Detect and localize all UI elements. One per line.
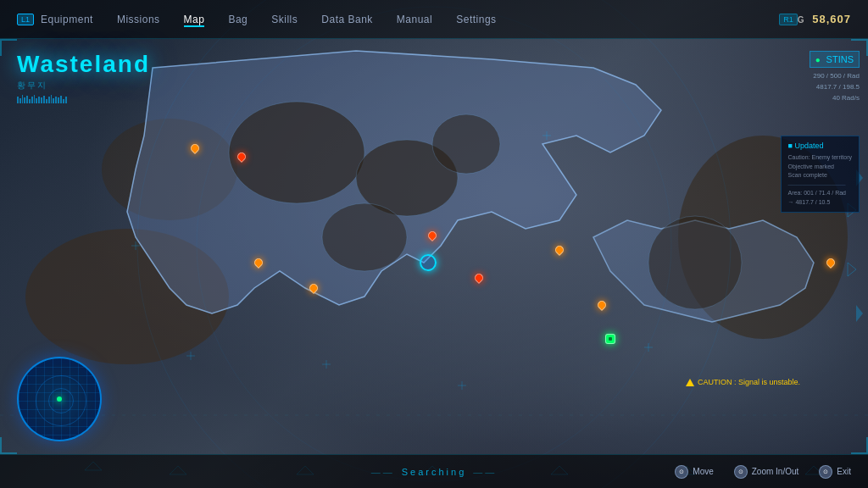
minimap-display xyxy=(17,357,102,441)
control-zoom: ⊙ Zoom In/Out xyxy=(734,465,799,479)
nav-item-equipment[interactable]: Equipment xyxy=(41,12,93,27)
update-text: Caution: Enemy territoryObjective marked… xyxy=(788,153,852,207)
nav-item-skills[interactable]: Skills xyxy=(271,12,298,27)
map-marker-orange-6 xyxy=(826,258,835,267)
zoom-button-icon[interactable]: ⊙ xyxy=(734,465,748,479)
currency-value: 58,607 xyxy=(812,13,851,25)
map-marker-orange-4 xyxy=(555,246,564,254)
control-exit: ⊙ Exit xyxy=(819,465,851,479)
currency-label: G xyxy=(798,15,805,25)
svg-marker-33 xyxy=(848,263,856,276)
corner-decoration-tl xyxy=(0,39,17,56)
caution-panel: CAUTION : Signal is unstable. xyxy=(686,378,800,386)
location-details: 290 / 500 / Rad 4817.7 / 198.5 40 Rad/s xyxy=(810,71,860,103)
caution-icon xyxy=(686,379,694,386)
map-marker-green xyxy=(605,334,615,344)
nav-left-badge: L1 xyxy=(17,14,34,25)
update-title: ■ Updated xyxy=(788,141,852,150)
player-position-marker xyxy=(420,254,437,271)
map-marker-red-1 xyxy=(237,152,246,161)
map-region-name-kr: 황무지 xyxy=(17,80,150,92)
top-navigation: L1 Equipment Missions Map Bag Skills Dat… xyxy=(0,0,868,39)
svg-point-6 xyxy=(322,203,407,271)
nav-item-settings[interactable]: Settings xyxy=(456,12,496,27)
minimap xyxy=(17,357,102,441)
map-barcode xyxy=(17,95,150,103)
info-panel: ● STINS 290 / 500 / Rad 4817.7 / 198.5 4… xyxy=(810,51,860,103)
update-panel: ■ Updated Caution: Enemy territoryObject… xyxy=(781,136,860,213)
map-title-panel: Wasteland 황무지 xyxy=(17,51,150,103)
svg-point-3 xyxy=(229,102,364,203)
minimap-player-dot xyxy=(57,396,62,402)
map-marker-orange-5 xyxy=(598,301,606,309)
map-marker-orange-2 xyxy=(254,258,263,267)
nav-items: Equipment Missions Map Bag Skills Data B… xyxy=(41,12,779,27)
currency-display: G 58,607 xyxy=(798,13,851,25)
exit-label: Exit xyxy=(837,467,851,476)
bottom-bar: Searching ⊙ Move ⊙ Zoom In/Out ⊙ Exit xyxy=(0,454,868,488)
map-marker-orange-3 xyxy=(309,284,318,292)
map-marker-red-3 xyxy=(475,274,483,282)
nav-item-databank[interactable]: Data Bank xyxy=(321,12,373,27)
exit-button-icon[interactable]: ⊙ xyxy=(819,465,832,479)
nav-item-bag[interactable]: Bag xyxy=(228,12,248,27)
nav-item-manual[interactable]: Manual xyxy=(397,12,432,27)
nav-item-map[interactable]: Map xyxy=(184,12,205,27)
zoom-label: Zoom In/Out xyxy=(752,467,799,476)
map-marker-red-2 xyxy=(428,231,437,240)
svg-point-5 xyxy=(432,114,500,174)
location-name: STINS xyxy=(826,54,854,64)
control-move: ⊙ Move xyxy=(675,465,713,479)
searching-label: Searching xyxy=(402,467,467,477)
map-marker-orange-1 xyxy=(191,144,199,152)
move-label: Move xyxy=(693,467,713,476)
svg-point-7 xyxy=(648,216,742,309)
nav-item-missions[interactable]: Missions xyxy=(117,12,160,27)
location-label: ● STINS xyxy=(810,51,860,68)
move-button-icon[interactable]: ⊙ xyxy=(675,465,688,479)
map-region-name: Wasteland xyxy=(17,51,150,78)
caution-text: CAUTION : Signal is unstable. xyxy=(698,378,800,386)
controls-panel: ⊙ Move ⊙ Zoom In/Out ⊙ Exit xyxy=(675,465,851,479)
searching-text: Searching xyxy=(371,467,498,477)
svg-marker-31 xyxy=(856,305,863,322)
corner-decoration-bl xyxy=(0,437,17,454)
nav-right-badge: R1 xyxy=(779,14,798,25)
corner-decoration-br xyxy=(851,437,868,454)
